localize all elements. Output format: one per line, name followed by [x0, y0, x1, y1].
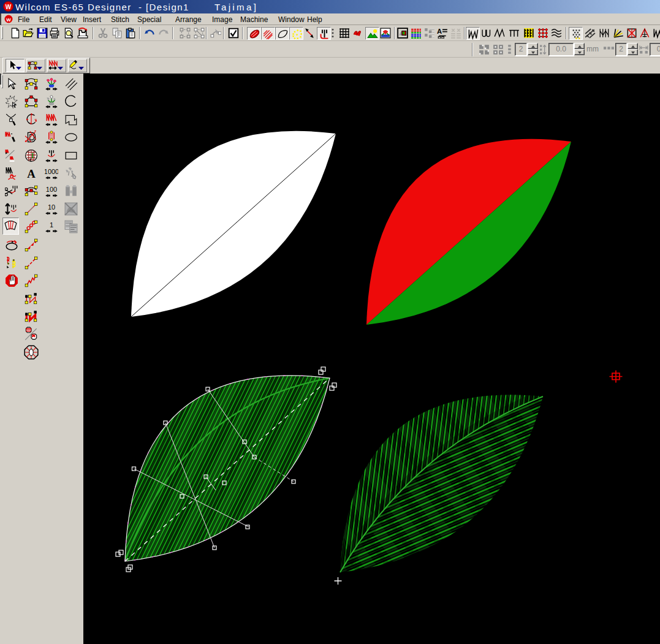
- svg-text:1000: 1000: [45, 168, 58, 175]
- svg-text:A: A: [27, 167, 36, 180]
- svg-text:W: W: [6, 4, 12, 10]
- svg-text:100: 100: [46, 186, 57, 193]
- svg-text:10: 10: [48, 203, 55, 211]
- svg-text:A: A: [437, 28, 442, 35]
- svg-text:1: 1: [50, 221, 53, 229]
- svg-text:W: W: [6, 17, 11, 23]
